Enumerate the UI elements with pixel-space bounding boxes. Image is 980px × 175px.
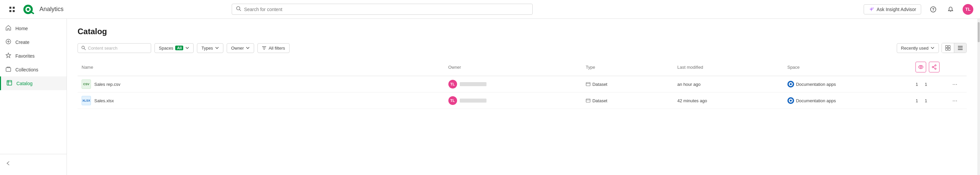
row2-views-cell: 1 1: [912, 93, 948, 109]
notifications-button[interactable]: [945, 4, 956, 15]
row1-type-cell: Dataset: [582, 76, 673, 93]
svg-rect-25: [948, 46, 950, 48]
row1-share-count: 1: [925, 82, 927, 87]
search-input[interactable]: [244, 7, 528, 12]
sidebar: Home Create Favorites: [0, 19, 67, 175]
svg-line-35: [934, 66, 935, 67]
svg-line-20: [84, 49, 86, 50]
view-toggle: [942, 43, 967, 53]
sidebar-collapse-button[interactable]: [0, 157, 67, 170]
sidebar-home-label: Home: [15, 26, 28, 31]
svg-rect-3: [13, 10, 15, 12]
search-container: [232, 4, 533, 15]
avatar[interactable]: TL: [963, 4, 973, 15]
svg-text:?: ?: [932, 7, 934, 11]
row1-type: Dataset: [586, 82, 670, 87]
grid-menu-button[interactable]: [7, 4, 18, 15]
dataset-icon: [586, 82, 590, 87]
all-filters-label: All filters: [269, 46, 285, 51]
collections-icon: [5, 66, 11, 73]
svg-point-31: [920, 66, 922, 68]
row1-file-cell: CSV Sales rep.csv: [81, 79, 440, 89]
grid-view-button[interactable]: [942, 43, 954, 53]
qlik-logo[interactable]: Analytics: [23, 4, 64, 15]
row1-owner-cell: TL: [444, 76, 582, 93]
col-actions: [948, 58, 967, 76]
row1-owner-name: [460, 82, 487, 86]
list-view-button[interactable]: [954, 43, 966, 53]
home-icon: [5, 25, 11, 32]
table-row: XLSX Sales.xlsx TL: [78, 93, 967, 109]
view-count-icon-header[interactable]: [915, 62, 926, 72]
scrollbar[interactable]: [977, 19, 980, 175]
collapse-icon: [5, 160, 11, 166]
svg-rect-26: [945, 48, 948, 50]
row2-owner: TL: [449, 96, 578, 105]
toolbar-right: Recently used: [897, 43, 967, 53]
sidebar-item-collections[interactable]: Collections: [0, 63, 67, 76]
catalog-table-body: CSV Sales rep.csv TL: [78, 76, 967, 109]
filter-icon: [262, 46, 266, 50]
space-badge-icon-2: [788, 97, 794, 104]
share-count-icon-header[interactable]: [929, 62, 940, 72]
spaces-label: Spaces: [159, 46, 173, 51]
col-views: [912, 58, 948, 76]
plus-icon: [5, 39, 11, 46]
col-name: Name: [78, 58, 444, 76]
svg-point-19: [82, 46, 84, 49]
svg-point-6: [27, 8, 29, 11]
sidebar-item-catalog[interactable]: Catalog: [0, 76, 67, 90]
row2-more-button[interactable]: ···: [952, 97, 957, 104]
owner-filter-button[interactable]: Owner: [227, 43, 254, 53]
recently-used-sort-button[interactable]: Recently used: [897, 43, 939, 53]
search-bar[interactable]: [232, 4, 533, 15]
col-owner: Owner: [444, 58, 582, 76]
row2-file-cell: XLSX Sales.xlsx: [81, 96, 440, 105]
help-button[interactable]: ?: [928, 4, 939, 15]
sidebar-favorites-label: Favorites: [15, 53, 35, 59]
brand-name: Analytics: [40, 6, 64, 13]
xlsx-file-icon: XLSX: [81, 96, 91, 105]
main-layout: Home Create Favorites: [0, 19, 980, 175]
row2-share-count: 1: [925, 98, 927, 103]
row2-view-count: 1: [915, 98, 918, 103]
th-view-share-icons: [915, 62, 944, 72]
content-area: Catalog Content search Spaces All: [67, 19, 977, 175]
col-type: Type: [582, 58, 673, 76]
eye-icon: [918, 64, 923, 70]
row1-more-button[interactable]: ···: [952, 81, 957, 88]
search-icon: [236, 6, 242, 13]
row1-name-cell: CSV Sales rep.csv: [78, 76, 444, 93]
space-badge-icon: [788, 81, 794, 88]
space-badge-inner-2: [789, 99, 793, 103]
sidebar-item-create[interactable]: Create: [0, 35, 67, 49]
sidebar-item-favorites[interactable]: Favorites: [0, 49, 67, 63]
sparkle-icon: [869, 7, 874, 12]
row2-space-cell: Documentation apps: [783, 93, 912, 109]
col-space: Space: [783, 58, 912, 76]
row1-space: Documentation apps: [788, 81, 908, 88]
svg-point-32: [935, 65, 936, 66]
row2-modified-cell: 42 minutes ago: [673, 93, 783, 109]
content-search-placeholder: Content search: [88, 46, 117, 51]
catalog-table: Name Owner Type Last modified Space: [78, 58, 967, 109]
sidebar-item-home[interactable]: Home: [0, 21, 67, 35]
row2-actions-cell: ···: [948, 93, 967, 109]
content-search-filter[interactable]: Content search: [78, 43, 151, 53]
svg-rect-1: [13, 7, 15, 9]
spaces-filter-button[interactable]: Spaces All: [154, 43, 194, 53]
catalog-toolbar: Content search Spaces All Types O: [78, 43, 967, 53]
sidebar-bottom: [0, 154, 67, 172]
insight-advisor-label: Ask Insight Advisor: [877, 7, 916, 12]
grid-view-icon: [945, 45, 951, 51]
table-header: Name Owner Type Last modified Space: [78, 58, 967, 76]
star-icon: [5, 52, 11, 59]
types-filter-button[interactable]: Types: [197, 43, 223, 53]
all-filters-button[interactable]: All filters: [258, 43, 289, 53]
row2-type: Dataset: [586, 98, 670, 103]
sidebar-create-label: Create: [15, 40, 29, 45]
svg-rect-27: [948, 48, 950, 50]
insight-advisor-button[interactable]: Ask Insight Advisor: [864, 4, 921, 14]
svg-rect-15: [6, 68, 11, 71]
space-badge-dot: [790, 83, 792, 85]
